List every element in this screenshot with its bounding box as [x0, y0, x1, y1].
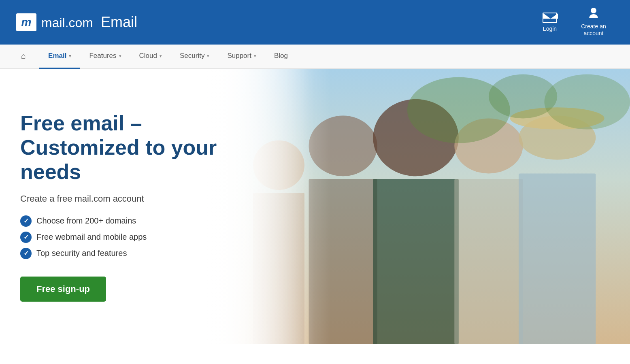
person-head — [591, 8, 596, 13]
logo-domain: mail.com Email — [41, 14, 137, 31]
nav-security[interactable]: Security ▾ — [171, 45, 218, 69]
logo-box: m — [16, 13, 36, 31]
feature-label-2: Free webmail and mobile apps — [36, 232, 147, 242]
logo-m-letter: m — [21, 17, 32, 28]
hero-title-text: Free email – Customized to your needs — [20, 111, 217, 183]
person-body — [589, 14, 598, 18]
feature-item-1: Choose from 200+ domains — [20, 215, 295, 227]
nav-blog[interactable]: Blog — [265, 45, 297, 69]
envelope-icon — [543, 13, 557, 23]
nav-features-chevron: ▾ — [119, 53, 121, 59]
hero-content: Free email – Customized to your needs Cr… — [0, 69, 315, 344]
check-icon-2 — [20, 232, 32, 243]
header-actions: Login Create an account — [543, 8, 614, 37]
check-icon-3 — [20, 248, 32, 259]
nav-support-chevron: ▾ — [254, 53, 256, 59]
free-signup-button[interactable]: Free sign-up — [20, 277, 106, 302]
nav-security-chevron: ▾ — [207, 53, 209, 59]
nav-features-label: Features — [89, 52, 116, 60]
home-icon: ⌂ — [21, 51, 26, 61]
nav-features[interactable]: Features ▾ — [80, 45, 130, 69]
hero-section: Free email – Customized to your needs Cr… — [0, 69, 630, 344]
create-account-button[interactable]: Create an account — [573, 8, 614, 37]
site-header: m mail.com Email Login Create an account — [0, 0, 630, 45]
person-icon — [587, 8, 600, 21]
logo-email-label: Email — [101, 14, 137, 30]
feature-item-3: Top security and features — [20, 248, 295, 259]
login-label: Login — [543, 26, 557, 32]
nav-cloud-label: Cloud — [139, 52, 157, 60]
logo-area[interactable]: m mail.com Email — [16, 13, 137, 31]
check-icon-1 — [20, 215, 32, 227]
nav-home[interactable]: ⌂ — [12, 45, 35, 69]
feature-item-2: Free webmail and mobile apps — [20, 232, 295, 243]
nav-security-label: Security — [180, 52, 204, 60]
feature-label-3: Top security and features — [36, 249, 127, 258]
nav-cloud-chevron: ▾ — [160, 53, 162, 59]
login-button[interactable]: Login — [543, 13, 557, 32]
svg-point-15 — [544, 75, 630, 130]
hero-title: Free email – Customized to your needs — [20, 111, 295, 184]
nav-email[interactable]: Email ▾ — [39, 45, 80, 69]
nav-cloud[interactable]: Cloud ▾ — [130, 45, 171, 69]
main-nav: ⌂ Email ▾ Features ▾ Cloud ▾ Security ▾ … — [0, 45, 630, 69]
feature-label-1: Choose from 200+ domains — [36, 216, 136, 226]
hero-subtitle: Create a free mail.com account — [20, 194, 295, 204]
nav-blog-label: Blog — [274, 52, 288, 60]
nav-divider-1 — [37, 51, 37, 63]
nav-support-label: Support — [227, 52, 251, 60]
nav-email-chevron: ▾ — [69, 53, 71, 59]
logo-mail: mail — [41, 15, 65, 30]
features-list: Choose from 200+ domains Free webmail an… — [20, 215, 295, 259]
nav-email-label: Email — [48, 52, 66, 60]
logo-dotcom: .com — [65, 15, 93, 30]
nav-support[interactable]: Support ▾ — [218, 45, 265, 69]
create-account-label: Create an account — [573, 23, 614, 37]
